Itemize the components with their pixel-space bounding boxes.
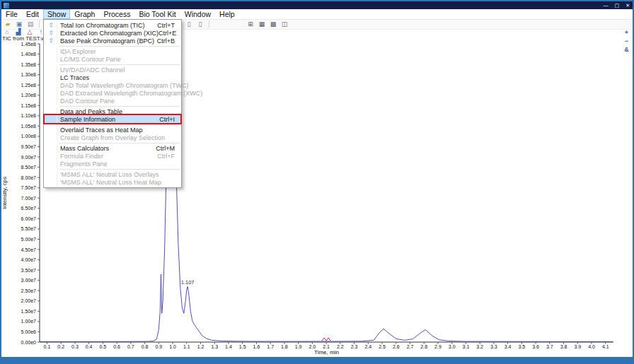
- y-tick-label: 1.05e8: [21, 124, 37, 129]
- menu-item-mass-calculators[interactable]: Mass CalculatorsCtrl+M: [44, 144, 181, 152]
- y-tick-label: 3.50e7: [21, 268, 37, 273]
- menu-item-lc-traces[interactable]: LC Traces: [44, 74, 181, 81]
- menu-show[interactable]: Show: [43, 9, 70, 19]
- menu-icon-gutter: [45, 144, 57, 152]
- save-icon[interactable]: ▣: [15, 20, 23, 28]
- menu-item-lc-ms-contour-pane[interactable]: LC/MS Contour Pane: [44, 55, 181, 63]
- y-tick-label: 6.50e7: [21, 206, 37, 211]
- x-tick-label: 1.7: [267, 344, 274, 349]
- menu-item-sample-information[interactable]: Sample InformationCtrl+I: [44, 115, 181, 123]
- menu-item-label: Base Peak Chromatogram (BPC): [57, 37, 157, 45]
- zoom-controls: +−&: [623, 29, 630, 54]
- pane-toolbar: ⌂▟△↑: [1, 28, 45, 36]
- y-tick-label: 4.00e7: [21, 257, 37, 262]
- zoom-in-button[interactable]: +: [623, 29, 630, 37]
- menu-item-label: 'MSMS ALL' Neutral Loss Heat Map: [57, 179, 181, 186]
- menu-item-label: DAD Extracted Wavelength Chromatogram (X…: [57, 90, 202, 97]
- maximize-button[interactable]: ▢: [615, 1, 620, 9]
- menu-item-msms-all-neutral-loss-overlays[interactable]: 'MSMS ALL' Neutral Loss Overlays: [44, 170, 181, 178]
- menu-item-dad-total-wavelength-chromatogram-twc[interactable]: DAD Total Wavelength Chromatogram (TWC): [44, 81, 181, 89]
- zoom-out-button[interactable]: −: [623, 37, 630, 45]
- x-tick-label: 1.1: [183, 344, 190, 349]
- menu-icon-gutter: [45, 160, 57, 168]
- x-tick-label: 1.9: [295, 344, 302, 349]
- y-tick-label: 6.00e7: [21, 216, 37, 221]
- page-icon[interactable]: ▯: [185, 20, 193, 28]
- menubar: FileEditShowGraphProcessBio Tool KitWind…: [1, 9, 633, 20]
- link-button[interactable]: &: [623, 46, 630, 54]
- y-tick-label: 1.25e8: [21, 83, 37, 88]
- menu-item-formula-finder[interactable]: Formula FinderCtrl+F: [44, 152, 181, 160]
- overlay-triangle-icon[interactable]: △: [25, 28, 34, 37]
- close-button[interactable]: ✕: [626, 1, 630, 9]
- menu-icon-gutter: [45, 89, 57, 97]
- x-tick-label: 1.0: [169, 344, 176, 349]
- menu-item-fragments-pane[interactable]: Fragments Pane: [44, 160, 181, 168]
- menu-item-label: UV/DAD/ADC Channel: [57, 66, 181, 74]
- toolbar-separator: [209, 20, 209, 28]
- x-tick-label: 0.5: [100, 344, 107, 349]
- menu-item-label: LC Traces: [57, 74, 181, 81]
- x-tick-label: 3.5: [518, 344, 525, 349]
- window-controls: — ▢ ✕: [604, 1, 630, 9]
- menu-item-label: DAD Total Wavelength Chromatogram (TWC): [57, 82, 189, 89]
- menu-separator: [59, 64, 180, 65]
- menu-item-label: Fragments Pane: [57, 160, 181, 168]
- y-tick-label: 7.50e7: [21, 185, 37, 190]
- menu-item-base-peak-chromatogram-bpc[interactable]: ⇧Base Peak Chromatogram (BPC)Ctrl+B: [44, 37, 181, 45]
- menu-window[interactable]: Window: [180, 9, 215, 19]
- menu-item-dad-extracted-wavelength-chromatogram-xwc[interactable]: DAD Extracted Wavelength Chromatogram (X…: [44, 89, 181, 97]
- menu-help[interactable]: Help: [215, 9, 239, 19]
- menu-edit[interactable]: Edit: [22, 9, 43, 19]
- open-folder-icon[interactable]: ▰: [4, 20, 12, 28]
- menu-item-dad-contour-pane[interactable]: DAD Contour Pane: [44, 97, 181, 105]
- x-tick-label: 3.6: [532, 344, 539, 349]
- y-tick-label: 1.20e8: [21, 93, 37, 98]
- x-tick-label: 0.1: [44, 344, 51, 349]
- menu-item-label: Mass Calculators: [57, 145, 156, 152]
- menu-item-msms-all-neutral-loss-heat-map[interactable]: 'MSMS ALL' Neutral Loss Heat Map: [44, 178, 181, 186]
- x-tick-label: 1.5: [239, 344, 246, 349]
- menu-item-extracted-ion-chromatogram-xic[interactable]: ⇧Extracted Ion Chromatogram (XIC)Ctrl+E: [44, 29, 181, 37]
- contour-icon[interactable]: ▩: [269, 20, 277, 28]
- x-tick-label: 2.2: [337, 344, 344, 349]
- y-tick-label: 4.50e7: [21, 247, 37, 252]
- menu-bio-tool-kit[interactable]: Bio Tool Kit: [134, 9, 180, 19]
- menu-item-label: Formula Finder: [57, 153, 157, 160]
- x-tick-label: 4.0: [588, 344, 595, 349]
- heatmap-icon[interactable]: ▦: [258, 20, 266, 28]
- y-tick-label: 9.00e7: [21, 155, 37, 160]
- menu-item-create-graph-from-overlay-selection[interactable]: Create Graph from Overlay Selection: [44, 134, 181, 141]
- x-tick-label: 0.7: [127, 344, 134, 349]
- menu-item-label: DAD Contour Pane: [57, 98, 181, 105]
- menu-item-overlaid-traces-as-heat-map[interactable]: Overlaid Traces as Heat Map: [44, 126, 181, 134]
- spectrum-icon[interactable]: ▟: [14, 28, 23, 37]
- toolbar-separator: [39, 20, 40, 28]
- print-icon[interactable]: ▤: [26, 20, 35, 28]
- menu-graph[interactable]: Graph: [70, 9, 99, 19]
- menu-item-label: IDA Explorer: [57, 48, 181, 55]
- y-tick-label: 9.50e7: [21, 144, 37, 149]
- home-icon[interactable]: ⌂: [3, 28, 11, 37]
- menu-item-uv-dad-adc-channel[interactable]: UV/DAD/ADC Channel: [44, 66, 181, 74]
- x-tick-label: 3.7: [546, 344, 553, 349]
- x-tick-label: 1.8: [281, 344, 288, 349]
- menu-process[interactable]: Process: [99, 9, 134, 19]
- x-tick-label: 3.0: [449, 344, 456, 349]
- pages-icon[interactable]: ▯: [196, 20, 204, 28]
- y-tick-label: 1.40e8: [21, 52, 37, 57]
- table-icon[interactable]: ⊞: [246, 20, 255, 28]
- x-tick-label: 2.8: [420, 344, 427, 349]
- x-tick-label: 0.2: [57, 344, 64, 349]
- minimize-button[interactable]: —: [604, 1, 609, 9]
- y-tick-label: 1.00e7: [21, 319, 37, 324]
- menu-item-total-ion-chromatogram-tic[interactable]: ⇧Total Ion Chromatogram (TIC)Ctrl+T: [44, 21, 181, 29]
- menu-item-ida-explorer[interactable]: IDA Explorer: [44, 47, 181, 55]
- menu-icon-gutter: [45, 74, 57, 81]
- menu-item-label: Create Graph from Overlay Selection: [57, 134, 181, 141]
- x-tick-label: 1.4: [225, 344, 232, 349]
- menu-icon-gutter: [45, 55, 57, 63]
- menu-item-data-and-peaks-table[interactable]: Data and Peaks Table: [44, 107, 181, 115]
- menu-file[interactable]: File: [1, 9, 22, 19]
- overlay-panes-icon[interactable]: ◫: [280, 20, 289, 28]
